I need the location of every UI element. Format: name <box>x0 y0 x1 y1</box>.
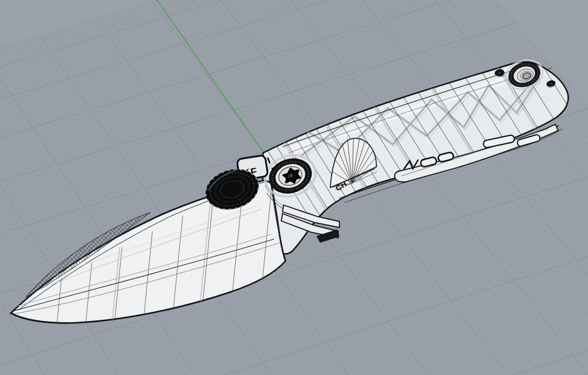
cad-viewport[interactable]: CH <box>0 0 588 375</box>
torx-glint <box>291 174 292 175</box>
viewport-canvas: CH <box>0 0 588 375</box>
